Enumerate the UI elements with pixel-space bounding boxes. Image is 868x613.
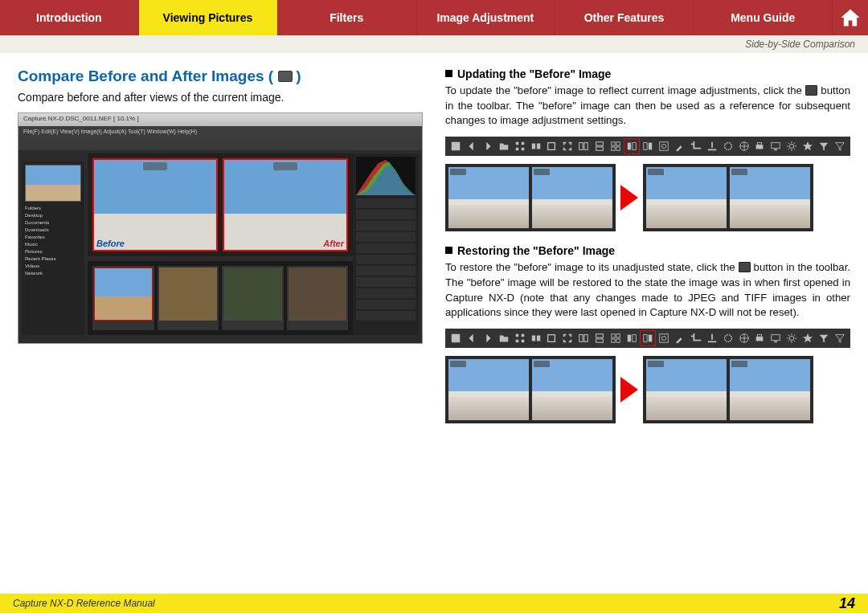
svg-rect-40 [596, 339, 604, 342]
compare-icon [278, 71, 293, 82]
compare-viewer: Before After [88, 153, 353, 256]
full-icon [560, 139, 575, 153]
window-title: Capture NX-D DSC_0011.NEF [ 10.1% ] [18, 113, 422, 126]
svg-rect-11 [596, 147, 604, 150]
filter-icon [817, 139, 831, 153]
top-tab-bar: Introduction Viewing Pictures Filters Im… [0, 0, 868, 35]
tab-introduction[interactable]: Introduction [0, 0, 139, 35]
page-title: Compare Before and After Images ( ) [18, 67, 423, 85]
sec2-paragraph: To restore the "before" image to its una… [445, 260, 850, 321]
tree-item: Desktop [25, 212, 81, 219]
svg-rect-36 [548, 335, 555, 342]
filter2-icon [833, 139, 847, 153]
svg-rect-19 [649, 143, 652, 150]
folder-tree: Folders Desktop Documents Downloads Favo… [25, 205, 81, 277]
split-h-icon [592, 331, 607, 345]
straighten-icon [705, 331, 719, 345]
svg-rect-46 [633, 335, 636, 342]
svg-rect-2 [521, 142, 524, 145]
split-4-icon [608, 331, 623, 345]
svg-rect-44 [616, 339, 620, 342]
after-panel: After [223, 158, 348, 251]
tree-item: Music [25, 241, 81, 248]
app-screenshot: Capture NX-D DSC_0011.NEF [ 10.1% ] File… [18, 112, 423, 344]
title-text-a: Compare Before and After Images ( [18, 67, 273, 85]
folder-icon [497, 331, 511, 345]
bullet-icon [445, 247, 452, 254]
save-icon [448, 139, 463, 153]
svg-rect-39 [596, 334, 604, 337]
tree-item: Folders [25, 205, 81, 212]
left-panel: Folders Desktop Documents Downloads Favo… [22, 161, 84, 335]
pair-after [643, 356, 813, 423]
tab-viewing-pictures[interactable]: Viewing Pictures [139, 0, 278, 35]
tab-filters[interactable]: Filters [277, 0, 416, 35]
eyedropper-icon [673, 331, 687, 345]
tree-item: Downloads [25, 227, 81, 234]
back-icon [465, 139, 479, 153]
svg-rect-43 [612, 339, 615, 342]
arrow-right-icon [620, 377, 638, 403]
intro-text: Compare before and after views of the cu… [18, 90, 423, 106]
svg-rect-14 [612, 147, 615, 150]
svg-rect-27 [775, 149, 778, 151]
pair-after [643, 164, 813, 231]
svg-rect-10 [596, 142, 604, 145]
full-icon [560, 331, 575, 345]
tab-image-adjustment[interactable]: Image Adjustment [416, 0, 555, 35]
home-icon [839, 6, 862, 29]
nav-thumb [25, 165, 81, 202]
monitor-icon [768, 331, 783, 345]
preview-icon [657, 331, 671, 345]
tree-item: Pictures [25, 248, 81, 255]
section-breadcrumb: Side-by-Side Comparison [0, 35, 868, 53]
svg-rect-3 [515, 148, 518, 151]
title-text-b: ) [296, 67, 301, 85]
split-v-icon [576, 139, 591, 153]
thumbs-icon [529, 331, 543, 345]
single-icon [545, 139, 559, 153]
histogram [356, 157, 416, 195]
folder-icon [497, 139, 511, 153]
svg-rect-35 [536, 336, 539, 341]
svg-rect-18 [644, 143, 647, 150]
svg-rect-38 [584, 335, 588, 342]
svg-rect-1 [515, 142, 518, 145]
sec1-heading: Updating the "Before" Image [445, 67, 850, 80]
restore-before-icon [739, 262, 751, 272]
svg-rect-37 [579, 335, 583, 342]
svg-rect-26 [772, 143, 780, 149]
tree-item: Recent Places [25, 255, 81, 263]
tab-other-features[interactable]: Other Features [555, 0, 694, 35]
thumbnail-strip [88, 261, 353, 335]
straighten-icon [705, 139, 719, 153]
svg-rect-41 [612, 334, 615, 337]
tree-item: Favorites [25, 234, 81, 241]
save-icon [448, 331, 463, 345]
before-panel: Before [92, 158, 218, 251]
before-after-pair-2 [445, 356, 850, 423]
svg-rect-31 [521, 334, 524, 337]
restore-before-tool-icon [641, 331, 655, 345]
toolbar-example-2 [445, 329, 850, 348]
sec1-text-a: To update the "before" image to reflect … [445, 84, 805, 96]
star-icon [800, 331, 815, 345]
sec2-title-text: Restoring the "Before" Image [457, 244, 615, 257]
right-column: Updating the "Before" Image To update th… [445, 67, 850, 436]
gear-icon [784, 331, 799, 345]
thumb [222, 266, 284, 330]
split-4-icon [608, 139, 623, 153]
page-footer: Capture NX-D Reference Manual 14 [0, 594, 868, 613]
preview-icon [657, 139, 671, 153]
page-number: 14 [839, 595, 855, 612]
bullet-icon [445, 70, 452, 77]
svg-rect-12 [612, 142, 615, 145]
print-icon [753, 139, 768, 153]
svg-rect-53 [756, 337, 764, 341]
home-button[interactable] [833, 0, 868, 35]
tab-menu-guide[interactable]: Menu Guide [694, 0, 833, 35]
filter2-icon [833, 331, 847, 345]
svg-rect-6 [536, 144, 539, 149]
svg-rect-25 [758, 143, 762, 145]
svg-point-51 [724, 335, 731, 342]
